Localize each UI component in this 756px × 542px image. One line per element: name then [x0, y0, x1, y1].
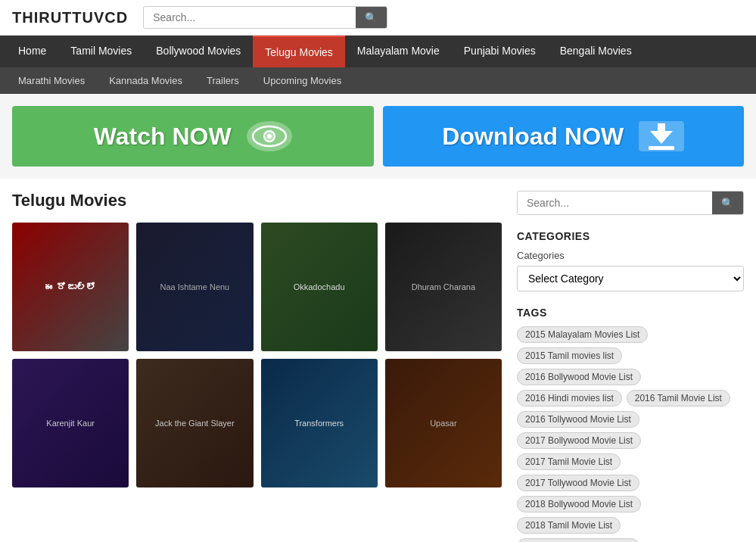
tags-section: TAGS 2015 Malayalam Movies List 2015 Tam… [517, 307, 744, 542]
download-now-label: Download NOW [442, 123, 624, 151]
movie-poster-4: Dhuram Charana [385, 223, 502, 351]
header-search-button[interactable]: 🔍 [356, 7, 387, 28]
download-icon [639, 121, 684, 151]
nav-item-trailers[interactable]: Trailers [194, 67, 251, 94]
watch-now-label: Watch NOW [94, 123, 232, 151]
nav-item-kannada[interactable]: Kannada Movies [97, 67, 194, 94]
nav-item-marathi[interactable]: Marathi Movies [6, 67, 97, 94]
movie-card-2[interactable]: Naa Ishtame Nenu [136, 223, 253, 351]
svg-marker-4 [650, 123, 673, 144]
download-now-banner[interactable]: Download NOW [383, 106, 745, 167]
svg-rect-3 [649, 146, 674, 150]
sidebar-search-input[interactable] [518, 192, 712, 214]
site-title: THIRUTTUVCD [12, 9, 128, 26]
nav-item-upcoming[interactable]: Upcoming Movies [251, 67, 353, 94]
tag-item[interactable]: 2016 Hindi movies list [517, 390, 622, 406]
tag-item[interactable]: 2017 Bollywood Movie List [517, 432, 641, 449]
movie-card-5[interactable]: Karenjit Kaur [12, 359, 129, 487]
nav-item-tamil[interactable]: Tamil Movies [58, 36, 144, 67]
movie-poster-1: ఈ రోజుల్లో [12, 223, 129, 351]
nav-secondary: Marathi Movies Kannada Movies Trailers U… [0, 67, 756, 94]
nav-item-punjabi[interactable]: Punjabi Movies [452, 36, 548, 67]
movie-card-7[interactable]: Transformers [261, 359, 378, 487]
movie-card-3[interactable]: Okkadochadu [261, 223, 378, 351]
watch-now-banner[interactable]: Watch NOW [12, 106, 374, 167]
page-title: Telugu Movies [12, 191, 502, 210]
tag-item[interactable]: 2017 Tollywood Movie List [517, 475, 639, 491]
nav-item-bengali[interactable]: Bengali Movies [548, 36, 644, 67]
movie-card-1[interactable]: ఈ రోజుల్లో [12, 223, 129, 351]
tag-item[interactable]: 2016 Tollywood Movie List [517, 411, 639, 428]
movie-card-4[interactable]: Dhuram Charana [385, 223, 502, 351]
nav-primary: Home Tamil Movies Bollywood Movies Telug… [0, 36, 756, 67]
header: THIRUTTUVCD 🔍 [0, 0, 756, 36]
header-search-input[interactable] [144, 7, 356, 28]
sidebar-search-bar: 🔍 [517, 191, 744, 215]
categories-section: CATEGORIES Categories Select Category Te… [517, 230, 744, 291]
tags-container: 2015 Malayalam Movies List 2015 Tamil mo… [517, 326, 744, 542]
tag-item[interactable]: 2015 Malayalam Movies List [517, 326, 648, 343]
nav-item-telugu[interactable]: Telugu Movies [253, 36, 345, 67]
sidebar: 🔍 CATEGORIES Categories Select Category … [517, 191, 744, 542]
nav-item-malayalam[interactable]: Malayalam Movie [345, 36, 452, 67]
content-left: Telugu Movies ఈ రోజుల్లో Naa Ishtame Nen… [12, 191, 502, 542]
tag-item[interactable]: 2016 Bollywood Movie List [517, 369, 641, 385]
categories-title: CATEGORIES [517, 230, 744, 242]
eye-icon [247, 121, 292, 151]
tag-item[interactable]: 2018 Tamil Movie List [517, 517, 621, 534]
movie-poster-3: Okkadochadu [261, 223, 378, 351]
categories-label: Categories [517, 250, 744, 261]
banners: Watch NOW Download NOW [0, 94, 756, 179]
tag-item[interactable]: 2018 Tollywood Movie List [517, 538, 639, 542]
header-search-bar: 🔍 [143, 6, 387, 29]
nav-item-home[interactable]: Home [6, 36, 58, 67]
nav-item-bollywood[interactable]: Bollywood Movies [144, 36, 253, 67]
movie-poster-8: Upasar [385, 359, 502, 487]
tag-item[interactable]: 2017 Tamil Movie List [517, 453, 621, 470]
movie-poster-7: Transformers [261, 359, 378, 487]
movie-poster-5: Karenjit Kaur [12, 359, 129, 487]
tag-item[interactable]: 2016 Tamil Movie List [627, 390, 730, 406]
movie-card-6[interactable]: Jack the Giant Slayer [136, 359, 253, 487]
movie-poster-2: Naa Ishtame Nenu [136, 223, 253, 351]
movie-poster-6: Jack the Giant Slayer [136, 359, 253, 487]
tag-item[interactable]: 2018 Bollywood Movie List [517, 496, 641, 512]
tag-item[interactable]: 2015 Tamil movies list [517, 347, 622, 364]
main-content: Telugu Movies ఈ రోజుల్లో Naa Ishtame Nen… [0, 179, 756, 542]
tags-title: TAGS [517, 307, 744, 319]
sidebar-search-button[interactable]: 🔍 [712, 192, 743, 214]
category-select[interactable]: Select Category Telugu Movies Tamil Movi… [517, 266, 744, 291]
movie-card-8[interactable]: Upasar [385, 359, 502, 487]
svg-point-2 [267, 134, 272, 139]
movie-grid: ఈ రోజుల్లో Naa Ishtame Nenu Okkadochadu … [12, 223, 502, 487]
